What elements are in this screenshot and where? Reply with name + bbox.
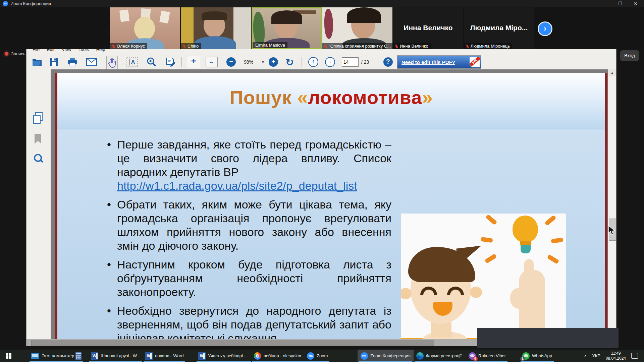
rotate-button[interactable]: ↻ — [285, 56, 294, 68]
participant-head — [134, 17, 155, 40]
help-button[interactable]: ? — [383, 56, 393, 68]
close-button[interactable]: ✕ — [628, 0, 643, 7]
taskbar-item-calculator[interactable] — [72, 350, 85, 362]
minimize-button[interactable]: — — [597, 0, 612, 7]
email-button[interactable] — [86, 56, 97, 68]
fit-page-button[interactable]: ✛ — [187, 56, 200, 68]
open-file-button[interactable] — [32, 56, 43, 68]
boy-fist — [510, 288, 529, 309]
hand-tool-button-selected[interactable] — [106, 56, 118, 70]
taskbar-item-word-1[interactable]: W Шановні друзі - W... — [88, 350, 143, 362]
text-select-button[interactable]: A — [126, 56, 138, 68]
fit-width-button[interactable]: ↔ — [206, 56, 218, 68]
annotate-button[interactable] — [165, 56, 176, 68]
computer-icon — [31, 353, 39, 359]
dark-overlay-panel — [477, 328, 619, 348]
next-participants-button[interactable]: › — [538, 21, 552, 36]
hidden-icons-chevron[interactable]: ∧ — [584, 354, 587, 358]
clock[interactable]: 11:49 08.04.2024 — [606, 351, 626, 361]
page-input[interactable] — [342, 57, 359, 67]
zoom-in-button[interactable]: + — [269, 56, 278, 68]
scroll-up-button[interactable]: ▲ — [608, 69, 616, 76]
participant-name: Elmira Maslova — [255, 43, 285, 48]
video-tile[interactable]: "Спілка сприяння розвитку С... — [322, 7, 392, 49]
action-center-icon[interactable] — [631, 353, 638, 359]
search-button[interactable] — [34, 154, 42, 162]
participant-name: "Спілка сприяння розвитку С... — [329, 44, 391, 49]
notification-badge: 6 — [473, 356, 478, 361]
next-page-button[interactable]: ↓ — [325, 56, 335, 68]
save-button[interactable] — [49, 56, 59, 68]
ray-icon — [547, 254, 559, 264]
participant-center-name: Людмила Міро... — [464, 23, 534, 32]
taskbar-item-this-pc[interactable]: Этот компьютер — [28, 350, 77, 362]
taskbar-label: Участь у вебінарі -... — [208, 353, 249, 358]
video-tile[interactable]: Chiko — [181, 7, 251, 49]
chrome-icon — [254, 352, 261, 360]
muted-mic-icon — [394, 44, 398, 48]
zoom-dropdown-caret[interactable]: ▼ — [261, 56, 265, 68]
taskbar-item-zoom-conference[interactable]: zm Zoom Конференция — [358, 350, 414, 362]
wall-picture — [159, 11, 170, 23]
participant-name: Chiko — [187, 44, 199, 49]
taskbar-item-chrome[interactable]: вебінар - olesyakor... — [251, 350, 308, 362]
previous-page-button[interactable]: ↑ — [308, 56, 318, 68]
calculator-icon — [75, 352, 82, 360]
horizontal-scroll-thumb[interactable] — [31, 340, 434, 346]
up-arrow-icon: ↑ — [308, 57, 318, 67]
bookmarks-button[interactable] — [35, 134, 41, 144]
pdf-badge-icon: PDF — [470, 57, 480, 67]
participant-center-name: Инна Величко — [393, 23, 463, 32]
fit-width-icon: ↔ — [206, 57, 218, 67]
bullet-item: Перше завдання, яке стоїть перед громадс… — [107, 138, 391, 193]
save-icon — [49, 57, 59, 67]
toolbar-separator — [101, 57, 101, 67]
title-part: Пошук — [229, 87, 297, 108]
zoom-out-button[interactable]: − — [226, 56, 236, 68]
taskbar-item-whatsapp[interactable]: ☎ 1 WhatsApp — [519, 350, 555, 362]
start-button[interactable] — [3, 350, 14, 362]
participant-name-tag: Инна Величко — [393, 43, 431, 49]
participant-name: Олеся Корнус — [117, 44, 145, 49]
print-button[interactable] — [67, 56, 77, 68]
language-indicator[interactable]: УКР — [592, 353, 600, 358]
ray-icon — [485, 214, 497, 225]
zoom-tool-button[interactable] — [147, 56, 157, 68]
taskbar-item-viber[interactable]: ☎ 6 Rakuten Viber — [466, 350, 509, 362]
recording-label: Запись — [11, 51, 25, 56]
maximize-button[interactable]: ❐ — [612, 0, 628, 7]
deputies-list-link[interactable]: http://w1.c1.rada.gov.ua/pls/site2/p_dep… — [117, 179, 357, 192]
taskbar-item-word-2[interactable]: W новина - Word — [142, 350, 186, 362]
edge-icon — [416, 352, 424, 360]
toolbar-separator — [378, 57, 378, 67]
entry-button[interactable]: Вход — [620, 50, 639, 61]
pdf-toolbar: A ✛ ↔ − 98% ▼ + ↻ — [26, 54, 616, 70]
vertical-scrollbar[interactable]: ▲ ▼ — [608, 69, 616, 339]
page-thumbnails-button[interactable] — [33, 112, 41, 122]
participant-name: Людмила Міронець — [471, 44, 510, 49]
video-tile-active-speaker[interactable]: Elmira Maslova — [252, 7, 322, 49]
edit-pdf-banner[interactable]: Need to edit this PDF? PDF — [397, 55, 481, 69]
toolbar-separator — [181, 57, 182, 67]
video-tile-no-video[interactable]: Инна Величко Инна Величко — [393, 7, 463, 49]
word-icon: W — [198, 352, 206, 360]
taskbar-item-word-3[interactable]: W Участь у вебінарі -... — [195, 350, 252, 362]
ray-icon — [544, 215, 556, 226]
word-icon: W — [91, 352, 98, 360]
taskbar-item-edge[interactable]: Форма реєстрації ... — [413, 350, 470, 362]
slide-body: Перше завдання, яке стоїть перед громадс… — [57, 129, 605, 339]
taskbar-item-zoom[interactable]: zm Zoom — [304, 350, 331, 362]
bullet-text: Перше завдання, яке стоїть перед громадс… — [117, 138, 391, 178]
video-tile-no-video[interactable]: Людмила Міро... Людмила Міронець — [464, 7, 534, 49]
mouse-cursor — [608, 225, 616, 235]
banner-text: Need to edit this PDF? — [397, 59, 470, 65]
pdf-viewer-window: File Edit View Tools Help A — [26, 44, 616, 346]
participant-hair — [202, 11, 227, 20]
hand-icon — [107, 58, 117, 68]
boy-ear — [401, 288, 412, 299]
page-number-field[interactable]: / 23 — [342, 56, 369, 68]
pages-icon — [33, 115, 41, 124]
envelope-icon — [86, 58, 97, 66]
video-tile[interactable]: Олеся Корнус — [110, 7, 180, 49]
bullet-item: Необхідно звернутися до народного депута… — [107, 304, 391, 339]
